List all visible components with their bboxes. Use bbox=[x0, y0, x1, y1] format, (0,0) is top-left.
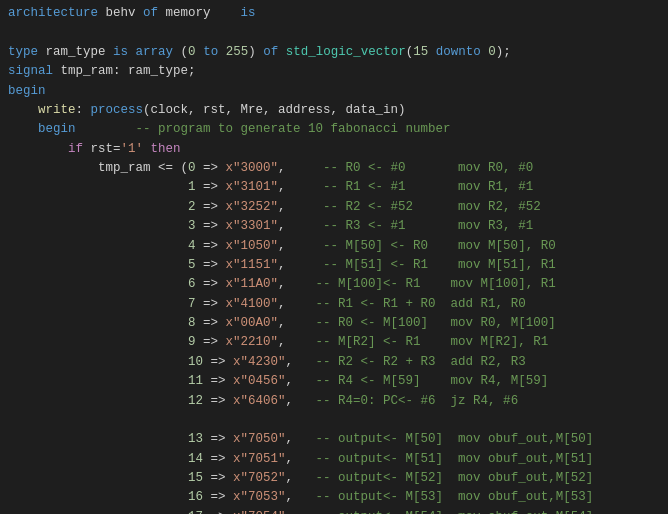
code-editor: architecture behv of memory is type ram_… bbox=[0, 0, 668, 514]
line-26: 17 => x"7054", -- output<- M[54] mov obu… bbox=[0, 508, 668, 514]
line-23: 14 => x"7051", -- output<- M[51] mov obu… bbox=[0, 450, 668, 469]
line-9: tmp_ram <= (0 => x"3000", -- R0 <- #0 mo… bbox=[0, 159, 668, 178]
line-12: 3 => x"3301", -- R3 <- #1 mov R3, #1 bbox=[0, 217, 668, 236]
line-2 bbox=[0, 23, 668, 42]
line-16: 7 => x"4100", -- R1 <- R1 + R0 add R1, R… bbox=[0, 295, 668, 314]
line-15: 6 => x"11A0", -- M[100]<- R1 mov M[100],… bbox=[0, 275, 668, 294]
line-4: signal tmp_ram: ram_type; bbox=[0, 62, 668, 81]
line-7: begin -- program to generate 10 fabonacc… bbox=[0, 120, 668, 139]
line-14: 5 => x"1151", -- M[51] <- R1 mov M[51], … bbox=[0, 256, 668, 275]
line-18: 9 => x"2210", -- M[R2] <- R1 mov M[R2], … bbox=[0, 333, 668, 352]
line-17: 8 => x"00A0", -- R0 <- M[100] mov R0, M[… bbox=[0, 314, 668, 333]
line-3: type ram_type is array (0 to 255) of std… bbox=[0, 43, 668, 62]
line-22: 13 => x"7050", -- output<- M[50] mov obu… bbox=[0, 430, 668, 449]
line-20: 11 => x"0456", -- R4 <- M[59] mov R4, M[… bbox=[0, 372, 668, 391]
line-24: 15 => x"7052", -- output<- M[52] mov obu… bbox=[0, 469, 668, 488]
line-6: write: process(clock, rst, Mre, address,… bbox=[0, 101, 668, 120]
line-10: 1 => x"3101", -- R1 <- #1 mov R1, #1 bbox=[0, 178, 668, 197]
line-11: 2 => x"3252", -- R2 <- #52 mov R2, #52 bbox=[0, 198, 668, 217]
line-25: 16 => x"7053", -- output<- M[53] mov obu… bbox=[0, 488, 668, 507]
line-19: 10 => x"4230", -- R2 <- R2 + R3 add R2, … bbox=[0, 353, 668, 372]
line-21: 12 => x"6406", -- R4=0: PC<- #6 jz R4, #… bbox=[0, 392, 668, 411]
line-1: architecture behv of memory is bbox=[0, 4, 668, 23]
line-blank1 bbox=[0, 411, 668, 430]
line-8: if rst='1' then bbox=[0, 140, 668, 159]
line-5: begin bbox=[0, 82, 668, 101]
line-13: 4 => x"1050", -- M[50] <- R0 mov M[50], … bbox=[0, 237, 668, 256]
